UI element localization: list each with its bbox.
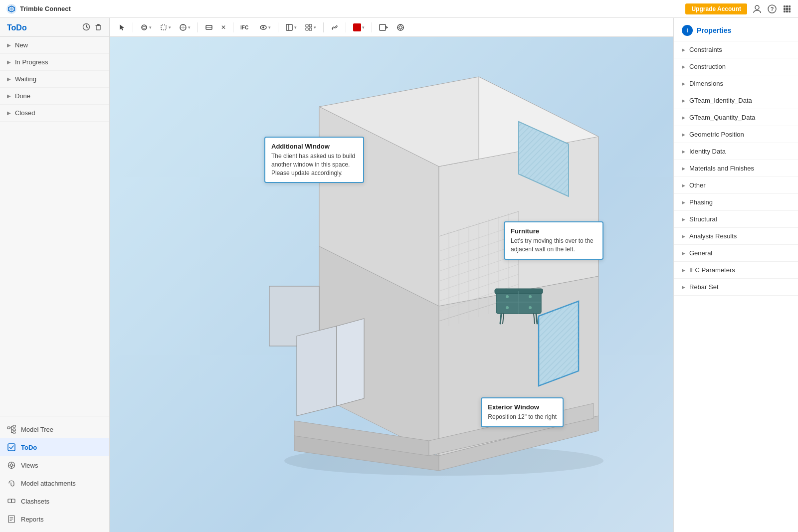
props-item-dimensions-label: Dimensions	[689, 80, 723, 87]
right-properties-panel: i Properties ▶ Constraints ▶ Constructio…	[673, 18, 798, 532]
color-tool-button[interactable]: ▾	[350, 22, 368, 33]
props-item-materials-finishes[interactable]: ▶ Materials and Finishes	[674, 160, 798, 177]
svg-point-39	[399, 26, 402, 29]
chevron-right-icon: ▶	[682, 98, 685, 103]
svg-text:IFC: IFC	[240, 25, 248, 30]
props-item-rebar-set-label: Rebar Set	[689, 283, 719, 291]
todo-item-inprogress-label: In Progress	[15, 58, 48, 66]
measure-tool-button[interactable]: ▾	[176, 22, 194, 33]
link-tool-button[interactable]	[328, 22, 342, 33]
chevron-right-icon: ▶	[7, 110, 11, 116]
todo-header-icons	[82, 23, 102, 32]
props-item-other-label: Other	[689, 181, 706, 189]
todo-item-new-label: New	[15, 41, 28, 49]
chevron-right-icon: ▶	[682, 115, 685, 120]
props-item-constraints[interactable]: ▶ Constraints	[674, 41, 798, 58]
viewport-background[interactable]: Additional Window The client has asked u…	[110, 37, 673, 532]
orbit-tool-button[interactable]: ▾	[137, 22, 155, 33]
todo-nav-icon	[7, 443, 16, 452]
svg-rect-10	[784, 10, 786, 12]
props-item-gteam-quantity-label: GTeam_Quantity_Data	[689, 114, 755, 121]
help-icon[interactable]: ?	[767, 4, 777, 14]
svg-rect-37	[380, 24, 386, 30]
props-item-phasing[interactable]: ▶ Phasing	[674, 194, 798, 211]
cursor-tool-button[interactable]	[115, 22, 129, 33]
todo-item-new[interactable]: ▶ New	[0, 37, 109, 54]
ifc-tool-button[interactable]: IFC	[237, 22, 254, 33]
annotation-furniture[interactable]: Furniture Let's try moving this over to …	[504, 221, 603, 260]
props-item-ifc-parameters[interactable]: ▶ IFC Parameters	[674, 262, 798, 279]
props-item-structural[interactable]: ▶ Structural	[674, 211, 798, 228]
props-item-identity-data[interactable]: ▶ Identity Data	[674, 143, 798, 160]
sidebar-item-model-tree[interactable]: Model Tree	[0, 420, 109, 438]
props-item-structural-label: Structural	[689, 215, 717, 223]
annotation-furniture-text: Let's try moving this over to the adjace…	[511, 237, 597, 254]
tag-tool-button[interactable]	[376, 22, 391, 33]
svg-point-78	[506, 306, 509, 309]
todo-item-closed[interactable]: ▶ Closed	[0, 105, 109, 122]
views-icon	[7, 461, 16, 470]
sidebar-item-reports[interactable]: Reports	[0, 510, 109, 528]
props-item-other[interactable]: ▶ Other	[674, 177, 798, 194]
close-clip-button[interactable]: ✕	[218, 22, 229, 32]
svg-rect-26	[161, 25, 166, 30]
props-item-analysis-results[interactable]: ▶ Analysis Results	[674, 228, 798, 245]
props-item-constraints-label: Constraints	[689, 46, 722, 53]
separator-1	[133, 22, 133, 32]
annotation-additional-window-text: The client has asked us to build another…	[271, 152, 357, 177]
svg-rect-32	[286, 24, 292, 30]
todo-header: ToDo	[0, 18, 109, 37]
svg-marker-72	[337, 319, 364, 406]
svg-rect-9	[789, 8, 791, 10]
todo-item-waiting[interactable]: ▶ Waiting	[0, 71, 109, 88]
chevron-right-icon: ▶	[682, 183, 685, 188]
chevron-right-icon: ▶	[682, 64, 685, 69]
props-item-gteam-identity[interactable]: ▶ GTeam_Identity_Data	[674, 92, 798, 109]
props-item-rebar-set[interactable]: ▶ Rebar Set	[674, 279, 798, 296]
sidebar-nav: Model Tree ToDo Views Model attachments	[0, 416, 109, 532]
todo-title: ToDo	[7, 23, 27, 32]
user-icon[interactable]	[752, 4, 762, 14]
annotation-additional-window-title: Additional Window	[271, 143, 357, 150]
props-item-materials-finishes-label: Materials and Finishes	[689, 165, 754, 172]
svg-rect-18	[13, 432, 15, 433]
trash-icon[interactable]	[94, 23, 102, 32]
svg-rect-4	[784, 5, 786, 7]
props-item-construction[interactable]: ▶ Construction	[674, 58, 798, 75]
annotation-exterior-window[interactable]: Exterior Window Reposition 12" to the ri…	[481, 397, 564, 427]
svg-line-81	[500, 314, 501, 324]
explode-tool-button[interactable]: ▾	[302, 22, 319, 33]
sidebar-item-todo[interactable]: ToDo	[0, 438, 109, 456]
separator-2	[198, 22, 198, 32]
props-item-gteam-quantity[interactable]: ▶ GTeam_Quantity_Data	[674, 109, 798, 126]
sidebar-item-clashsets[interactable]: Clashsets	[0, 492, 109, 510]
clip-tool-button[interactable]	[202, 22, 216, 33]
svg-rect-34	[309, 24, 312, 27]
sidebar-item-clashsets-label: Clashsets	[21, 498, 49, 505]
props-item-geometric-position[interactable]: ▶ Geometric Position	[674, 126, 798, 143]
grid-icon[interactable]	[782, 4, 792, 14]
svg-rect-6	[789, 5, 791, 7]
sidebar-item-views-label: Views	[21, 462, 38, 469]
separator-7	[372, 22, 372, 32]
properties-title-label: Properties	[697, 26, 731, 34]
svg-rect-22	[8, 499, 11, 503]
props-item-general[interactable]: ▶ General	[674, 245, 798, 262]
note-tool-button[interactable]	[393, 22, 408, 33]
clock-icon[interactable]	[82, 23, 90, 32]
upgrade-button[interactable]: Upgrade Account	[685, 3, 747, 14]
3d-viewport[interactable]: Additional Window The client has asked u…	[110, 37, 673, 532]
visibility-tool-button[interactable]: ▾	[256, 22, 274, 33]
todo-item-inprogress[interactable]: ▶ In Progress	[0, 54, 109, 71]
chevron-right-icon: ▶	[7, 76, 11, 82]
annotation-additional-window[interactable]: Additional Window The client has asked u…	[264, 137, 364, 183]
todo-item-done[interactable]: ▶ Done	[0, 88, 109, 105]
props-item-dimensions[interactable]: ▶ Dimensions	[674, 75, 798, 92]
sidebar-item-views[interactable]: Views	[0, 456, 109, 474]
sidebar-item-model-attachments[interactable]: Model attachments	[0, 474, 109, 492]
selection-tool-button[interactable]: ▾	[157, 22, 174, 33]
section-tool-button[interactable]: ▾	[282, 22, 300, 33]
sidebar-item-model-tree-label: Model Tree	[21, 426, 53, 433]
app-name: Trimble Connect	[20, 5, 71, 12]
props-item-identity-data-label: Identity Data	[689, 148, 726, 155]
